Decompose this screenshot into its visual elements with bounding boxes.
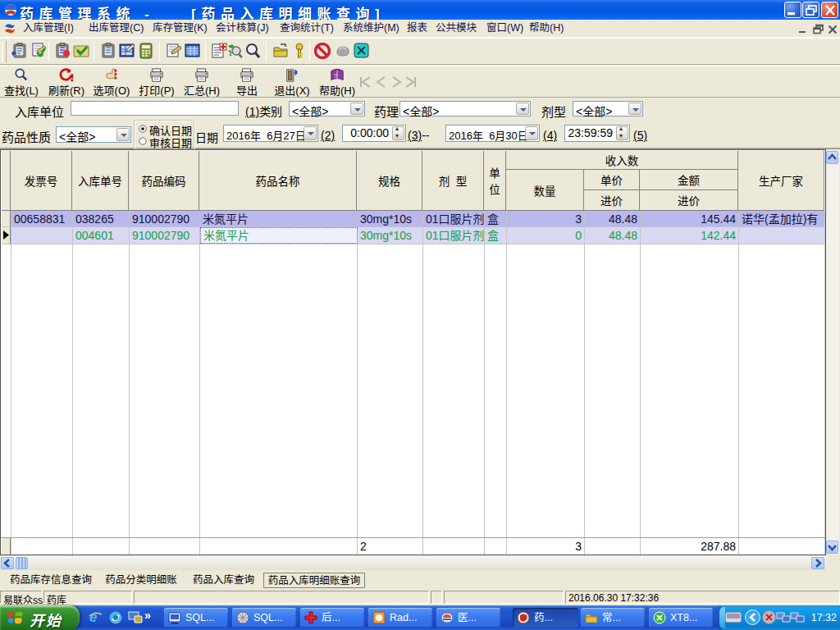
svg-text:?: ? bbox=[334, 72, 338, 80]
svg-text:e: e bbox=[89, 609, 97, 625]
